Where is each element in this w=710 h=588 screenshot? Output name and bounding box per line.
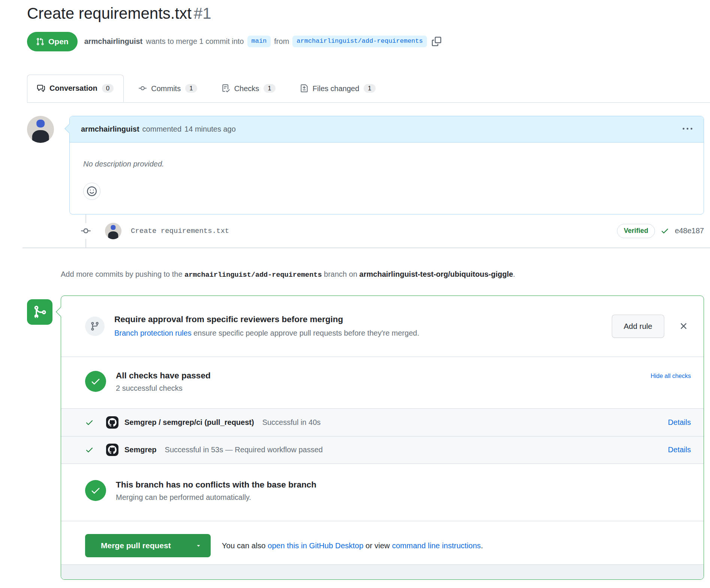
git-pull-request-icon xyxy=(36,38,44,46)
comment-timestamp[interactable]: 14 minutes ago xyxy=(184,125,236,134)
caption-suffix: . xyxy=(481,541,483,550)
github-actions-avatar xyxy=(106,416,118,429)
merge-actions-section: Merge pull request You can also open thi… xyxy=(61,521,704,557)
head-branch-label[interactable]: armchairlinguist/add-requirements xyxy=(292,36,427,47)
merge-box-bottom-strip xyxy=(61,564,704,579)
tab-label: Files changed xyxy=(313,85,359,92)
check-row: Semgrep / semgrep/ci (pull_request) Succ… xyxy=(61,408,704,436)
from-word: from xyxy=(274,37,289,46)
tab-checks[interactable]: Checks 1 xyxy=(212,75,285,102)
tab-count: 1 xyxy=(264,84,275,93)
branch-protection-rules-link[interactable]: Branch protection rules xyxy=(114,329,192,337)
base-branch-label[interactable]: main xyxy=(247,36,271,47)
tab-commits[interactable]: Commits 1 xyxy=(129,75,207,102)
git-branch-icon xyxy=(85,316,105,336)
checks-passed-icon xyxy=(85,371,106,392)
check-icon xyxy=(85,418,94,427)
comment-discussion-icon xyxy=(37,84,45,92)
commit-row: Create requirements.txt Verified e48e187 xyxy=(27,214,704,248)
github-mark-icon xyxy=(108,446,117,454)
kebab-horizontal-icon xyxy=(683,124,692,134)
push-note-branch: armchairlinguist/add-requirements xyxy=(184,271,322,279)
discussion-timeline: armchairlinguist commented 14 minutes ag… xyxy=(27,116,704,248)
comment-box: armchairlinguist commented 14 minutes ag… xyxy=(69,116,704,214)
comment-author-link[interactable]: armchairlinguist xyxy=(81,125,139,134)
page-title: Create requirements.txt#1 xyxy=(27,4,704,24)
pr-status-row: Open armchairlinguist wants to merge 1 c… xyxy=(27,32,704,51)
merge-button-label: Merge pull request xyxy=(85,541,187,550)
branch-protection-controls: Add rule xyxy=(612,315,689,338)
dismiss-protection-button[interactable] xyxy=(679,321,689,331)
add-rule-button[interactable]: Add rule xyxy=(612,315,664,338)
caption-prefix: You can also xyxy=(222,541,268,550)
branch-protection-section: Require approval from specific reviewers… xyxy=(61,296,704,357)
verified-badge[interactable]: Verified xyxy=(617,224,655,238)
add-reaction-button[interactable] xyxy=(83,183,100,200)
check-details-link[interactable]: Details xyxy=(668,418,691,427)
hide-all-checks-link[interactable]: Hide all checks xyxy=(650,373,691,380)
no-conflicts-icon xyxy=(85,480,106,501)
close-icon xyxy=(679,321,689,331)
copy-branch-button[interactable] xyxy=(432,37,441,46)
github-actions-avatar xyxy=(106,444,118,456)
tab-count: 1 xyxy=(364,84,375,93)
check-name: Semgrep xyxy=(124,446,157,454)
pr-description-comment: armchairlinguist commented 14 minutes ag… xyxy=(27,116,704,214)
merge-pull-request-button[interactable]: Merge pull request xyxy=(85,534,187,557)
comment-menu-button[interactable] xyxy=(683,124,692,134)
commit-right-group: Verified e48e187 xyxy=(617,224,704,238)
github-desktop-link[interactable]: open this in GitHub Desktop xyxy=(268,541,363,550)
caption-middle: or view xyxy=(363,541,392,550)
checklist-icon xyxy=(222,84,230,92)
avatar[interactable] xyxy=(27,116,54,143)
push-note-prefix: Add more commits by pushing to the xyxy=(61,270,184,278)
copy-icon xyxy=(432,37,441,46)
branch-protection-text: Require approval from specific reviewers… xyxy=(114,315,419,338)
tab-files-changed[interactable]: Files changed 1 xyxy=(291,75,385,102)
commit-sha-link[interactable]: e48e187 xyxy=(675,226,704,235)
branch-protection-title: Require approval from specific reviewers… xyxy=(114,315,419,324)
merge-status-area: Require approval from specific reviewers… xyxy=(27,296,704,580)
commit-main: Create requirements.txt xyxy=(105,223,229,239)
pr-number: #1 xyxy=(194,4,211,22)
check-name: Semgrep / semgrep/ci (pull_request) xyxy=(124,418,254,427)
comment-header: armchairlinguist commented 14 minutes ag… xyxy=(70,116,704,142)
branch-protection-description: Branch protection rules ensure specific … xyxy=(114,329,419,338)
push-note: Add more commits by pushing to the armch… xyxy=(61,266,691,283)
pr-meta-line: armchairlinguist wants to merge 1 commit… xyxy=(84,36,441,47)
tab-label: Conversation xyxy=(49,84,97,92)
check-status: Successful in 53s — Required workflow pa… xyxy=(165,446,323,454)
commit-message-link[interactable]: Create requirements.txt xyxy=(131,227,229,235)
git-commit-icon xyxy=(78,223,94,239)
checks-subheading: 2 successful checks xyxy=(116,384,211,393)
merge-options-dropdown[interactable] xyxy=(187,534,211,557)
git-merge-icon xyxy=(27,299,52,325)
merge-split-button: Merge pull request xyxy=(85,534,211,557)
check-details-link[interactable]: Details xyxy=(668,446,691,454)
open-status-label: Open xyxy=(48,37,69,46)
checks-summary-text: All checks have passed 2 successful chec… xyxy=(116,371,211,393)
merge-alternatives-caption: You can also open this in GitHub Desktop… xyxy=(222,541,483,550)
mergeability-section: This branch has no conflicts with the ba… xyxy=(61,464,704,521)
tab-conversation[interactable]: Conversation 0 xyxy=(27,75,124,102)
checks-summary-section: All checks have passed 2 successful chec… xyxy=(61,357,704,408)
pr-title-text: Create requirements.txt xyxy=(27,4,192,22)
git-commit-icon xyxy=(139,84,147,92)
chevron-down-icon xyxy=(195,542,202,549)
author-link[interactable]: armchairlinguist xyxy=(84,37,143,46)
pr-tabs: Conversation 0 Commits 1 Checks 1 Files … xyxy=(27,75,710,103)
open-status-badge: Open xyxy=(27,32,78,51)
comment-action: commented xyxy=(142,125,182,134)
mergeability-heading: This branch has no conflicts with the ba… xyxy=(116,480,316,490)
github-mark-icon xyxy=(108,418,117,427)
check-icon xyxy=(90,376,101,387)
merge-box: Require approval from specific reviewers… xyxy=(61,296,704,580)
command-line-instructions-link[interactable]: command line instructions xyxy=(392,541,481,550)
commit-author-avatar[interactable] xyxy=(105,223,121,239)
tab-label: Checks xyxy=(234,85,259,92)
tab-count: 1 xyxy=(185,84,197,93)
tab-label: Commits xyxy=(151,85,181,92)
mergeability-subheading: Merging can be performed automatically. xyxy=(116,493,316,502)
check-icon xyxy=(90,485,101,496)
push-note-repo: armchairlinguist-test-org/ubiquitous-gig… xyxy=(359,270,513,278)
